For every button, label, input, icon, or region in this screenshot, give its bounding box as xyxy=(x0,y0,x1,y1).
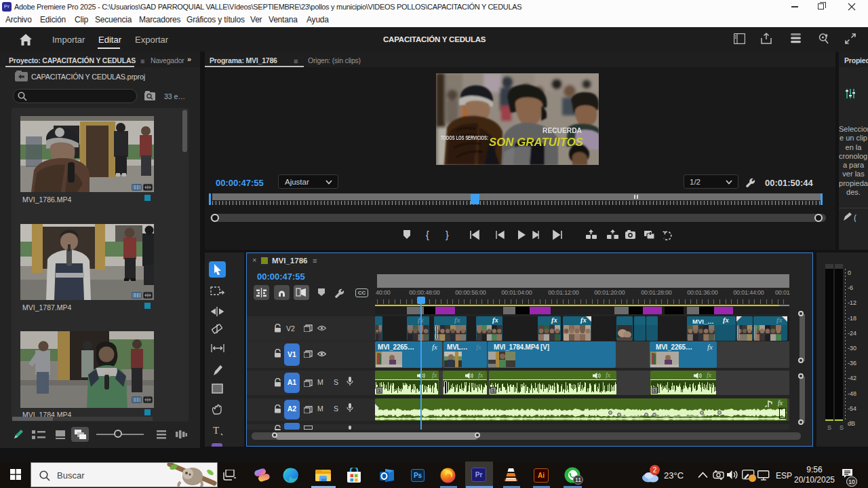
svg-text:SON GRATUITOS: SON GRATUITOS xyxy=(489,136,583,148)
svg-text:RECUERDA: RECUERDA xyxy=(542,126,582,134)
svg-text:(: ( xyxy=(854,213,856,222)
svg-text:}: } xyxy=(446,229,449,240)
svg-text:TODOS LOS SERVICIOS:: TODOS LOS SERVICIOS: xyxy=(441,134,488,141)
svg-text:T: T xyxy=(213,425,219,436)
svg-text:{: { xyxy=(426,229,429,240)
